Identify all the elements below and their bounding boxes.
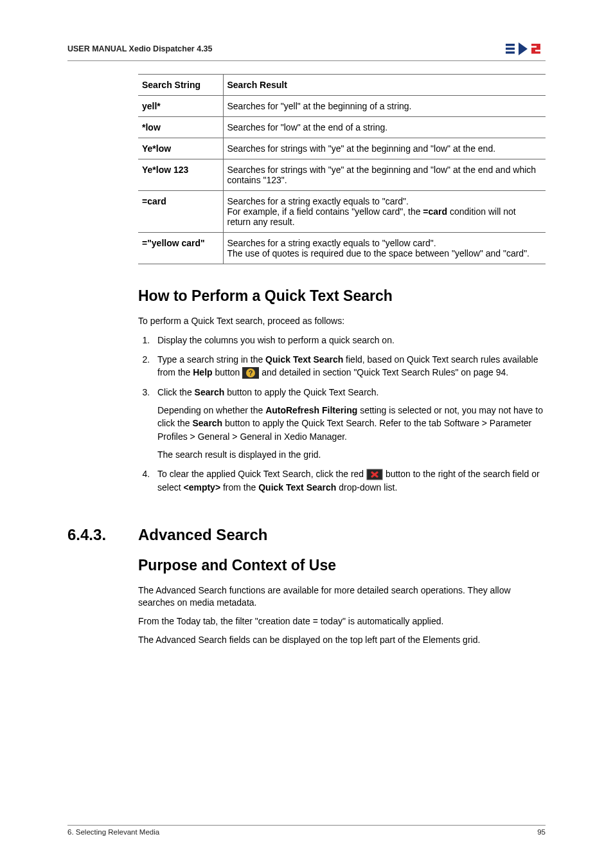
table-cell-result: Searches for a string exactly equals to … bbox=[223, 233, 546, 264]
table-cell-string: =card bbox=[138, 191, 223, 233]
table-cell-string: Ye*low 123 bbox=[138, 159, 223, 191]
text: Searches for a string exactly equals to … bbox=[227, 196, 409, 206]
table-cell-string: yell* bbox=[138, 96, 223, 117]
text: Type a search string in the bbox=[157, 354, 265, 365]
bold-text: Help bbox=[193, 367, 212, 377]
text: Searches for a string exactly equals to … bbox=[227, 238, 436, 248]
bold-text: Quick Text Search bbox=[258, 482, 336, 493]
page-header: USER MANUAL Xedio Dispatcher 4.35 bbox=[67, 40, 546, 61]
section-number: 6.4.3. bbox=[67, 526, 138, 544]
svg-text:?: ? bbox=[249, 369, 253, 377]
howto-steps: Display the columns you wish to perform … bbox=[152, 334, 546, 494]
text: and detailed in section "Quick Text Sear… bbox=[259, 367, 508, 377]
text: Depending on whether the bbox=[157, 405, 265, 415]
table-cell-string: ="yellow card" bbox=[138, 233, 223, 264]
bold-text: AutoRefresh Filtering bbox=[265, 405, 357, 415]
howto-intro: To perform a Quick Text search, proceed … bbox=[138, 315, 546, 327]
table-row: =card Searches for a string exactly equa… bbox=[138, 191, 546, 233]
table-cell-string: *low bbox=[138, 117, 223, 138]
svg-rect-1 bbox=[506, 48, 515, 50]
text: For example, if a field contains "yellow… bbox=[227, 206, 423, 217]
purpose-paragraph: The Advanced Search fields can be displa… bbox=[138, 634, 546, 646]
howto-heading: How to Perform a Quick Text Search bbox=[138, 287, 546, 305]
text: The use of quotes is required due to the… bbox=[227, 248, 530, 258]
header-title: USER MANUAL Xedio Dispatcher 4.35 bbox=[67, 44, 213, 53]
step-subtext: Depending on whether the AutoRefresh Fil… bbox=[157, 404, 546, 443]
step-item: Type a search string in the Quick Text S… bbox=[152, 353, 546, 379]
footer-page-number: 95 bbox=[537, 828, 546, 836]
help-icon: ? bbox=[242, 367, 259, 379]
table-row: yell* Searches for "yell" at the beginni… bbox=[138, 96, 546, 117]
bold-text: Search bbox=[195, 387, 225, 397]
bold-text: Quick Text Search bbox=[265, 354, 343, 365]
text: button to apply the Quick Text Search. bbox=[224, 387, 378, 397]
svg-rect-7 bbox=[531, 51, 540, 54]
table-header-row: Search String Search Result bbox=[138, 75, 546, 96]
step-subtext: The search result is displayed in the gr… bbox=[157, 448, 546, 461]
svg-rect-0 bbox=[506, 44, 515, 46]
section-heading-row: 6.4.3. Advanced Search bbox=[67, 526, 546, 544]
table-header-search-string: Search String bbox=[138, 75, 223, 96]
step-item: Display the columns you wish to perform … bbox=[152, 334, 546, 347]
step-item: Click the Search button to apply the Qui… bbox=[152, 386, 546, 461]
text: from the bbox=[220, 482, 258, 493]
step-item: To clear the applied Quick Text Search, … bbox=[152, 467, 546, 494]
purpose-paragraph: From the Today tab, the filter "creation… bbox=[138, 615, 546, 628]
text: To clear the applied Quick Text Search, … bbox=[157, 469, 366, 479]
bold-text: =card bbox=[423, 206, 447, 217]
purpose-heading: Purpose and Context of Use bbox=[138, 557, 546, 574]
table-cell-result: Searches for "low" at the end of a strin… bbox=[223, 117, 546, 138]
search-string-table: Search String Search Result yell* Search… bbox=[138, 74, 546, 264]
close-icon bbox=[366, 469, 383, 480]
svg-rect-2 bbox=[506, 51, 515, 54]
text: drop-down list. bbox=[336, 482, 397, 493]
text: button bbox=[213, 367, 243, 377]
evs-logo bbox=[506, 40, 546, 58]
table-header-search-result: Search Result bbox=[223, 75, 546, 96]
table-cell-result: Searches for a string exactly equals to … bbox=[223, 191, 546, 233]
table-cell-result: Searches for strings with "ye" at the be… bbox=[223, 138, 546, 159]
table-row: *low Searches for "low" at the end of a … bbox=[138, 117, 546, 138]
table-row: Ye*low Searches for strings with "ye" at… bbox=[138, 138, 546, 159]
footer-chapter: 6. Selecting Relevant Media bbox=[67, 828, 159, 836]
table-row: Ye*low 123 Searches for strings with "ye… bbox=[138, 159, 546, 191]
purpose-paragraph: The Advanced Search functions are availa… bbox=[138, 584, 546, 609]
text: Click the bbox=[157, 387, 195, 397]
section-title: Advanced Search bbox=[138, 526, 267, 544]
table-cell-result: Searches for strings with "ye" at the be… bbox=[223, 159, 546, 191]
bold-text: Search bbox=[192, 418, 222, 428]
bold-text: <empty> bbox=[183, 482, 220, 493]
table-row: ="yellow card" Searches for a string exa… bbox=[138, 233, 546, 264]
table-cell-result: Searches for "yell" at the beginning of … bbox=[223, 96, 546, 117]
table-cell-string: Ye*low bbox=[138, 138, 223, 159]
page-footer: 6. Selecting Relevant Media 95 bbox=[67, 825, 546, 836]
step-text: Display the columns you wish to perform … bbox=[157, 335, 395, 345]
